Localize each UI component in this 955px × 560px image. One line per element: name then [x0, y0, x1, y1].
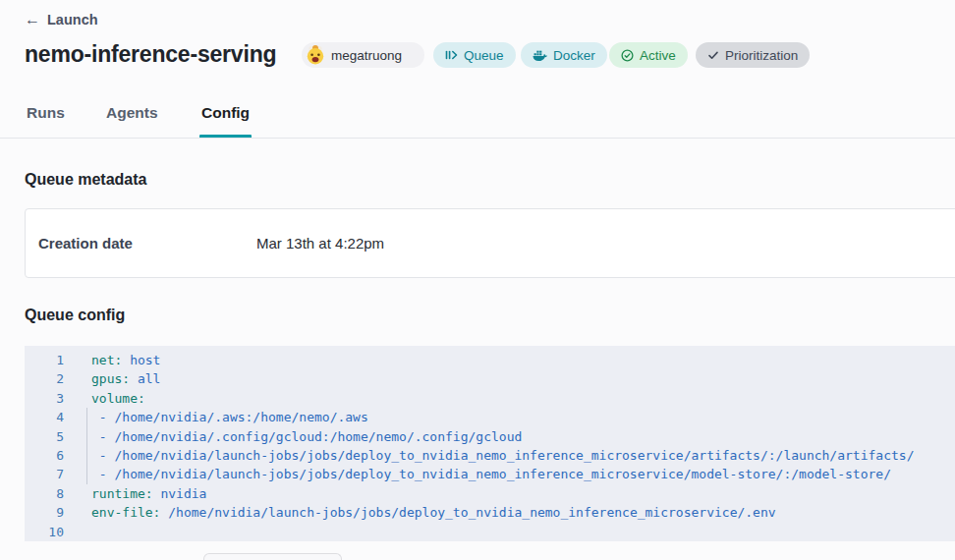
launch-queue-page: ← Launch nemo-inference-serving megatruo…: [0, 0, 955, 560]
code-text: env-file: /home/nvidia/launch-jobs/jobs/…: [64, 503, 776, 522]
line-number: 10: [25, 523, 64, 541]
code-text: - /home/nvidia/launch-jobs/jobs/deploy_t…: [64, 465, 891, 483]
creation-date-row: Creation date Mar 13th at 4:22pm: [38, 209, 955, 277]
code-line[interactable]: 3volume:: [25, 389, 955, 408]
line-number: 8: [25, 484, 64, 503]
code-line[interactable]: 5 - /home/nvidia/.config/gcloud:/home/ne…: [25, 427, 955, 446]
code-text: runtime: nvidia: [64, 484, 206, 503]
line-number: 7: [25, 465, 64, 483]
code-line[interactable]: 4 - /home/nvidia/.aws:/home/nemo/.aws: [25, 408, 955, 426]
code-line[interactable]: 8runtime: nvidia: [25, 484, 955, 503]
line-number: 4: [25, 408, 64, 426]
code-text: volume:: [64, 389, 145, 408]
queue-icon: [445, 49, 458, 61]
tab-config[interactable]: Config: [201, 104, 250, 122]
active-status-badge: Active: [609, 42, 688, 68]
owner-name: megatruong: [331, 48, 402, 63]
code-line[interactable]: 6 - /home/nvidia/launch-jobs/jobs/deploy…: [25, 446, 955, 465]
queue-metadata-card: Creation date Mar 13th at 4:22pm: [25, 208, 955, 278]
queue-config-heading: Queue config: [25, 307, 125, 324]
code-text: - /home/nvidia/.aws:/home/nemo/.aws: [64, 408, 368, 426]
page-title: nemo-inference-serving: [25, 41, 276, 68]
creation-date-label: Creation date: [38, 235, 256, 252]
line-number: 1: [25, 351, 64, 369]
line-number: 3: [25, 389, 64, 408]
back-label: Launch: [47, 12, 98, 28]
code-line[interactable]: 9env-file: /home/nvidia/launch-jobs/jobs…: [25, 503, 955, 522]
creation-date-value: Mar 13th at 4:22pm: [256, 235, 384, 252]
queue-metadata-heading: Queue metadata: [25, 171, 146, 189]
exploding-head-emoji-icon: [306, 45, 325, 65]
code-line[interactable]: 10: [25, 523, 955, 541]
active-badge-label: Active: [640, 48, 676, 63]
code-text: - /home/nvidia/launch-jobs/jobs/deploy_t…: [64, 446, 914, 465]
code-text: net: host: [64, 351, 160, 369]
code-line[interactable]: 1net: host: [25, 351, 955, 369]
check-circle-icon: [621, 49, 634, 62]
line-number: 2: [25, 369, 64, 388]
check-icon: [707, 49, 719, 61]
tab-runs[interactable]: Runs: [27, 104, 65, 122]
indent-guide: [86, 408, 87, 484]
code-text: - /home/nvidia/.config/gcloud:/home/nemo…: [64, 427, 522, 446]
tab-agents[interactable]: Agents: [106, 104, 158, 122]
docker-badge-label: Docker: [553, 48, 595, 63]
docker-resource-badge: Docker: [521, 42, 607, 68]
edit-config-button-partial[interactable]: [203, 553, 342, 560]
queue-type-badge: Queue: [433, 42, 516, 68]
code-line[interactable]: 7 - /home/nvidia/launch-jobs/jobs/deploy…: [25, 465, 955, 483]
queue-badge-label: Queue: [464, 48, 504, 63]
tabs-divider: [0, 138, 955, 139]
line-number: 6: [25, 446, 64, 465]
prioritization-badge: Prioritization: [696, 42, 810, 68]
code-text: gpus: all: [64, 369, 160, 388]
owner-badge[interactable]: megatruong: [302, 42, 424, 68]
queue-config-code-editor[interactable]: 1net: host2gpus: all3volume:4 - /home/nv…: [25, 346, 955, 541]
back-to-launch-link[interactable]: ← Launch: [25, 12, 98, 28]
code-text: [64, 523, 91, 541]
code-line[interactable]: 2gpus: all: [25, 369, 955, 388]
docker-whale-icon: [533, 49, 547, 62]
back-arrow-icon: ←: [25, 12, 40, 28]
line-number: 5: [25, 427, 64, 446]
prioritization-badge-label: Prioritization: [725, 48, 798, 63]
line-number: 9: [25, 503, 64, 522]
